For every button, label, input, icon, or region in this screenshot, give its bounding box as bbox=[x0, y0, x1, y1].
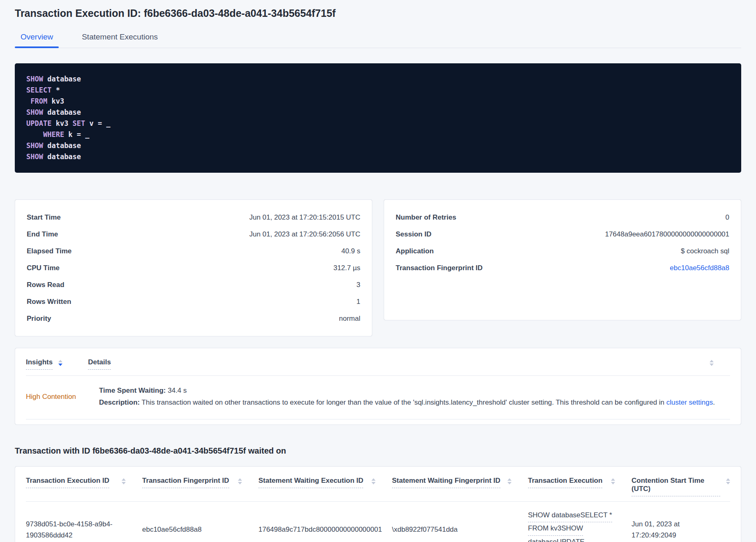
cluster-settings-link[interactable]: cluster settings bbox=[666, 398, 713, 406]
column-header-contention-start-time: Contention Start Time (UTC) bbox=[632, 477, 730, 496]
transaction-fingerprint-link[interactable]: ebc10ae56cfd88a8 bbox=[670, 264, 729, 272]
sort-icon[interactable] bbox=[238, 478, 242, 484]
sql-line: SELECT * bbox=[26, 85, 730, 96]
insights-table-header: Insights Details bbox=[26, 348, 730, 376]
insight-row: High Contention Time Spent Waiting: 34.4… bbox=[26, 376, 730, 419]
insight-description: Description: This transaction waited on … bbox=[99, 398, 730, 407]
sql-line: FROM kv3 bbox=[26, 96, 730, 107]
sql-line: SHOW database bbox=[26, 140, 730, 151]
summary-row-transaction-fingerprint: Transaction Fingerprint ID ebc10ae56cfd8… bbox=[396, 259, 729, 276]
cell-transaction-execution: SHOW databaseSELECT * FROM kv3SHOW datab… bbox=[528, 510, 632, 542]
column-header-transaction-execution-id: Transaction Execution ID bbox=[26, 477, 142, 496]
column-header-transaction-fingerprint-id: Transaction Fingerprint ID bbox=[142, 477, 258, 496]
sql-line: UPDATE kv3 SET v = _ bbox=[26, 118, 730, 129]
summary-row-start-time: Start Time Jun 01, 2023 at 17:20:15:2015… bbox=[27, 209, 360, 226]
column-header-label[interactable]: Transaction Execution ID bbox=[26, 477, 109, 488]
summary-label: Number of Retries bbox=[396, 213, 456, 222]
insights-card: Insights Details High Contention Time Sp… bbox=[15, 348, 741, 425]
sort-icon[interactable] bbox=[58, 360, 62, 366]
sql-statements-box: SHOW database SELECT * FROM kv3 SHOW dat… bbox=[15, 63, 741, 173]
summary-label: Session ID bbox=[396, 230, 431, 239]
summary-row-elapsed-time: Elapsed Time 40.9 s bbox=[27, 243, 360, 259]
sql-keyword: SHOW bbox=[26, 75, 43, 83]
column-header-label[interactable]: Contention Start Time (UTC) bbox=[632, 477, 720, 496]
insight-type-high-contention: High Contention bbox=[26, 393, 99, 401]
column-header-statement-waiting-fingerprint-id: Statement Waiting Fingerprint ID bbox=[392, 477, 528, 496]
summary-row-retries: Number of Retries 0 bbox=[396, 209, 729, 226]
sort-icon[interactable] bbox=[726, 478, 730, 484]
sql-line: SHOW database bbox=[26, 151, 730, 162]
column-header-transaction-execution: Transaction Execution bbox=[528, 477, 632, 496]
cell-transaction-execution-id: 9738d051-bc0e-4158-a9b4-1903586ddd42 bbox=[26, 519, 142, 541]
sql-keyword: WHERE bbox=[26, 130, 64, 139]
summary-row-rows-written: Rows Written 1 bbox=[27, 293, 360, 310]
summary-label: Rows Written bbox=[27, 298, 71, 306]
sort-icon[interactable] bbox=[611, 478, 615, 484]
column-header-details[interactable]: Details bbox=[88, 358, 111, 370]
time-spent-waiting: Time Spent Waiting: 34.4 s bbox=[99, 387, 730, 395]
summary-row-session-id: Session ID 17648a9eea6017800000000000000… bbox=[396, 226, 729, 243]
tab-bar: Overview Statement Executions bbox=[15, 28, 741, 48]
summary-row-priority: Priority normal bbox=[27, 310, 360, 327]
description-text: This transaction waited on other transac… bbox=[140, 398, 666, 406]
time-spent-waiting-label: Time Spent Waiting: bbox=[99, 387, 166, 394]
summary-row-application: Application $ cockroach sql bbox=[396, 243, 729, 259]
sql-identifier: * bbox=[51, 86, 60, 94]
summary-card-left: Start Time Jun 01, 2023 at 17:20:15:2015… bbox=[15, 199, 372, 336]
summary-value: 17648a9eea6017800000000000000001 bbox=[605, 230, 729, 239]
sql-line: SHOW database bbox=[26, 74, 730, 85]
summary-label: Elapsed Time bbox=[27, 247, 71, 255]
insight-details: Time Spent Waiting: 34.4 s Description: … bbox=[99, 387, 730, 407]
column-header-label[interactable]: Statement Waiting Execution ID bbox=[258, 477, 363, 488]
column-header-insights[interactable]: Insights bbox=[26, 358, 53, 370]
column-header-label[interactable]: Transaction Execution bbox=[528, 477, 602, 488]
summary-value: $ cockroach sql bbox=[681, 247, 729, 255]
summary-label: CPU Time bbox=[27, 264, 60, 272]
sql-keyword: SHOW bbox=[26, 141, 43, 150]
summary-value: 1 bbox=[357, 298, 360, 306]
sql-keyword: UPDATE bbox=[26, 119, 51, 127]
summary-cards-row: Start Time Jun 01, 2023 at 17:20:15:2015… bbox=[15, 199, 741, 336]
tab-statement-executions[interactable]: Statement Executions bbox=[76, 28, 164, 48]
summary-row-rows-read: Rows Read 3 bbox=[27, 276, 360, 293]
summary-label: Rows Read bbox=[27, 281, 65, 289]
column-header-statement-waiting-execution-id: Statement Waiting Execution ID bbox=[258, 477, 392, 496]
column-header-label[interactable]: Statement Waiting Fingerprint ID bbox=[392, 477, 500, 488]
transaction-execution-link[interactable]: SHOW databaseSELECT * bbox=[528, 510, 615, 522]
summary-row-cpu-time: CPU Time 312.7 µs bbox=[27, 259, 360, 276]
summary-value: 3 bbox=[357, 281, 360, 289]
sql-keyword: SELECT bbox=[26, 86, 51, 94]
sql-keyword: SET bbox=[68, 119, 85, 127]
time-spent-waiting-value: 34.4 s bbox=[166, 387, 187, 394]
page-title: Transaction Execution ID: f6be6366-da03-… bbox=[15, 7, 741, 19]
sql-identifier: kv3 bbox=[51, 119, 68, 127]
summary-label: End Time bbox=[27, 230, 58, 239]
summary-label: Transaction Fingerprint ID bbox=[396, 264, 483, 272]
waited-on-table-header: Transaction Execution ID Transaction Fin… bbox=[26, 467, 730, 502]
sql-line: SHOW database bbox=[26, 107, 730, 118]
summary-label: Start Time bbox=[27, 213, 61, 222]
sort-icon[interactable] bbox=[710, 360, 714, 366]
waited-on-heading: Transaction with ID f6be6366-da03-48de-a… bbox=[15, 446, 741, 456]
summary-label: Application bbox=[396, 247, 434, 255]
sort-icon[interactable] bbox=[507, 478, 512, 484]
sql-identifier: k = _ bbox=[64, 130, 89, 139]
sql-line: WHERE k = _ bbox=[26, 129, 730, 140]
column-header-label[interactable]: Transaction Fingerprint ID bbox=[142, 477, 229, 488]
summary-value: Jun 01, 2023 at 17:20:15:2015 UTC bbox=[249, 213, 360, 222]
tab-overview[interactable]: Overview bbox=[15, 28, 59, 48]
waited-on-table-card: Transaction Execution ID Transaction Fin… bbox=[15, 466, 741, 542]
sql-keyword: SHOW bbox=[26, 153, 43, 161]
sql-identifier: database bbox=[43, 75, 81, 83]
cell-statement-waiting-execution-id: 176498a9c717bdc80000000000000001 bbox=[258, 524, 392, 535]
transaction-execution-link[interactable]: databaseUPDATE ... bbox=[528, 537, 615, 542]
summary-value: 0 bbox=[726, 213, 729, 222]
transaction-execution-link[interactable]: FROM kv3SHOW bbox=[528, 523, 615, 535]
sort-icon[interactable] bbox=[122, 478, 126, 484]
summary-row-end-time: End Time Jun 01, 2023 at 17:20:56:2056 U… bbox=[27, 226, 360, 243]
sort-icon[interactable] bbox=[371, 478, 376, 484]
cell-transaction-fingerprint-id: ebc10ae56cfd88a8 bbox=[142, 524, 258, 535]
sql-identifier: kv3 bbox=[47, 97, 64, 105]
summary-card-right: Number of Retries 0 Session ID 17648a9ee… bbox=[384, 199, 741, 320]
sql-identifier: v = _ bbox=[85, 119, 110, 127]
